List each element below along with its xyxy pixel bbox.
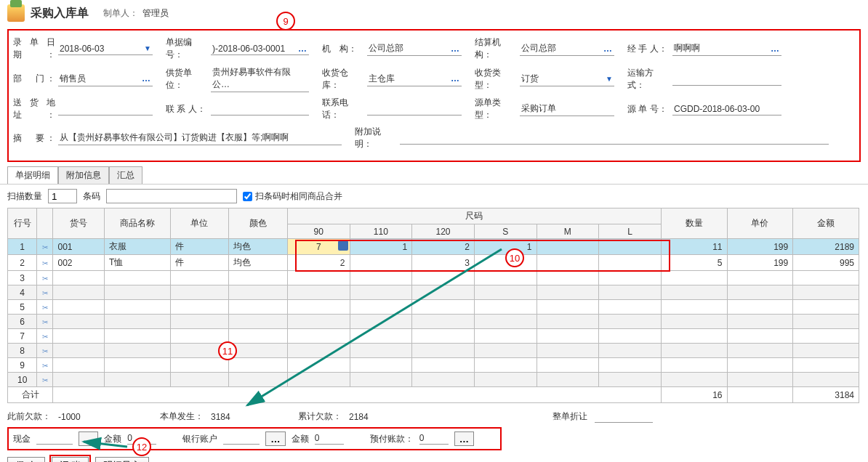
tab-extra[interactable]: 附加信息 [58, 166, 109, 184]
price-cell[interactable]: 199 [727, 239, 793, 255]
amount-cell[interactable]: 2189 [793, 239, 859, 255]
amount-label-2: 金额 [292, 433, 309, 445]
scissors-icon: ✂ [42, 362, 48, 370]
color-cell[interactable]: 均色 [229, 239, 288, 255]
prepay-lookup-button[interactable]: … [454, 431, 474, 446]
prevdebt-value: -1000 [58, 412, 102, 422]
price-cell[interactable]: 199 [727, 255, 793, 271]
tel-field[interactable] [367, 102, 462, 115]
color-cell[interactable]: 均色 [229, 255, 288, 271]
tab-summary[interactable]: 汇总 [109, 166, 142, 184]
prepay-field[interactable]: 0 [419, 433, 449, 445]
app-icon [7, 4, 25, 22]
bank-account-field[interactable] [223, 433, 260, 445]
table-row[interactable]: 10✂ [8, 373, 859, 387]
extra-field[interactable] [400, 131, 829, 145]
ellipsis-icon: … [451, 73, 460, 84]
org-field[interactable]: 公司总部… [367, 41, 462, 56]
post-button-highlight: 记 账 [49, 455, 92, 462]
cash-account-field[interactable] [36, 433, 73, 445]
unit-cell[interactable]: 件 [170, 255, 229, 271]
tel-label: 联系电话： [322, 97, 364, 121]
col-amount: 金额 [793, 208, 859, 239]
col-S: S [474, 224, 537, 239]
thisdoc-value: 3184 [211, 412, 254, 422]
merge-checkbox[interactable] [243, 192, 252, 201]
bank-amount-field[interactable]: 0 [315, 433, 344, 445]
table-row[interactable]: 8✂ [8, 344, 859, 358]
name-cell[interactable]: T恤 [104, 255, 170, 271]
handler-field[interactable]: 啊啊啊… [672, 41, 781, 56]
date-label: 录单日期： [13, 36, 55, 61]
docno-label: 单据编号： [166, 36, 208, 61]
bank-lookup-button[interactable]: … [265, 431, 285, 446]
qty-cell[interactable]: 5 [661, 255, 727, 271]
scissors-icon: ✂ [42, 243, 48, 251]
settle-label: 结算机构： [475, 36, 517, 61]
supplier-label: 供货单位： [166, 67, 208, 92]
form-header-box: 录单日期： 2018-06-03▼ 单据编号： )-2018-06-03-000… [7, 29, 861, 162]
col-color: 颜色 [229, 208, 288, 239]
summary-label: 摘 要： [13, 132, 55, 145]
tab-detail[interactable]: 单据明细 [7, 166, 58, 184]
ship-label: 运输方式： [627, 67, 670, 92]
contact-field[interactable] [211, 102, 309, 115]
maker-value: 管理员 [142, 7, 169, 20]
scan-qty-input[interactable] [48, 189, 77, 203]
amount-cell[interactable]: 995 [793, 255, 859, 271]
cash-label: 现金 [13, 433, 31, 445]
wholedisc-label: 整单折让 [552, 410, 587, 423]
settle-field[interactable]: 公司总部… [520, 41, 614, 56]
save-button[interactable]: 保 存 [7, 457, 45, 462]
thisdoc-label: 本单发生： [160, 410, 204, 423]
docno-field[interactable]: )-2018-06-03-0001… [211, 42, 309, 55]
name-cell[interactable]: 衣服 [104, 239, 170, 255]
srcno-field[interactable]: CGDD-2018-06-03-00 [672, 102, 781, 115]
addr-field[interactable] [58, 102, 153, 115]
merge-checkbox-wrap[interactable]: 扫条码时相同商品合并 [243, 190, 342, 203]
dept-label: 部 门： [13, 73, 55, 85]
col-sku: 货号 [53, 208, 105, 239]
ellipsis-icon: … [142, 73, 151, 84]
barcode-input[interactable] [106, 189, 237, 203]
prevdebt-label: 此前欠款： [7, 410, 51, 423]
unit-cell[interactable]: 件 [170, 239, 229, 255]
warehouse-label: 收货仓库： [322, 67, 364, 92]
ship-field[interactable] [672, 73, 781, 86]
grid: 行号 货号 商品名称 单位 颜色 尺码 数量 单价 金额 90 110 120 … [7, 208, 861, 403]
table-row[interactable]: 9✂ [8, 358, 859, 373]
col-size-group: 尺码 [287, 208, 661, 224]
table-row[interactable]: 5✂ [8, 300, 859, 315]
wholedisc-field[interactable] [595, 411, 653, 423]
dept-field[interactable]: 销售员… [58, 72, 153, 86]
srctype-field[interactable]: 采购订单 [520, 102, 614, 116]
warehouse-field[interactable]: 主仓库… [367, 72, 462, 86]
col-action [37, 208, 53, 239]
table-row[interactable]: 7✂ [8, 329, 859, 344]
accum-value: 2184 [349, 412, 393, 422]
recvtype-field[interactable]: 订货▼ [520, 72, 614, 86]
supplier-field[interactable]: 贵州好易事软件有限公… [211, 65, 309, 92]
callout-10: 10 [505, 248, 524, 267]
date-field[interactable]: 2018-06-03▼ [58, 42, 153, 55]
col-M: M [537, 224, 599, 239]
table-row[interactable]: 4✂ [8, 285, 859, 300]
col-110: 110 [350, 224, 412, 239]
ellipsis-icon: … [603, 44, 613, 54]
qty-cell[interactable]: 11 [661, 239, 727, 255]
dropdown-icon: ▼ [144, 44, 151, 52]
footer: 此前欠款： -1000 本单发生： 3184 累计欠款： 2184 整单折让 现… [0, 403, 868, 462]
summary-field[interactable]: 从【贵州好易事软件有限公司】订货购进【衣服】等;啊啊啊 [58, 131, 342, 145]
detail-import-button[interactable]: 明细导入 [95, 457, 149, 462]
cash-lookup-button[interactable]: … [79, 431, 98, 446]
payment-box: 现金 … 金额 0 银行账户 … 金额 0 预付账款： 0 … [7, 427, 502, 450]
col-qty: 数量 [661, 208, 727, 239]
col-120: 120 [412, 224, 475, 239]
post-button[interactable]: 记 账 [52, 457, 89, 462]
sku-cell[interactable]: 001 [53, 239, 105, 255]
sku-cell[interactable]: 002 [53, 255, 105, 271]
table-row[interactable]: 3✂ [8, 271, 859, 285]
table-row[interactable]: 6✂ [8, 315, 859, 329]
dropdown-icon: ▼ [606, 75, 613, 83]
bank-label: 银行账户 [182, 433, 217, 445]
